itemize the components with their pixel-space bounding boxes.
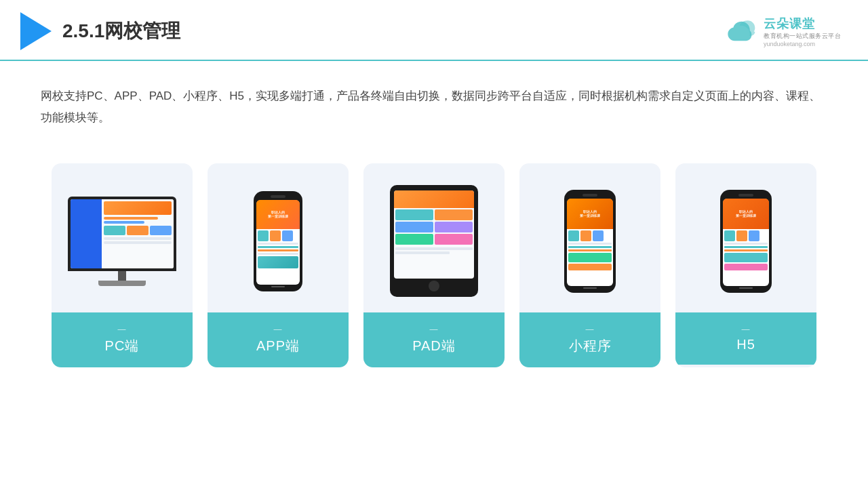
page-title: 2.5.1网校管理 [62, 18, 180, 44]
pc-card-label: PC端 [52, 312, 193, 367]
cloud-logo: 云朵课堂 教育机构一站式服务云平台 yunduoketang.com [726, 16, 841, 47]
logo-url-text: yunduoketang.com [764, 41, 815, 47]
pc-image-area [52, 163, 193, 312]
pad-tablet-icon [390, 185, 478, 297]
miniapp-card-label: 小程序 [519, 312, 660, 367]
pad-card-label: PAD端 [363, 312, 505, 367]
header-right: 云朵课堂 教育机构一站式服务云平台 yunduoketang.com [726, 16, 841, 47]
description-text: 网校支持PC、APP、PAD、小程序、H5，实现多端打通，产品各终端自由切换，数… [0, 61, 868, 143]
miniapp-image-area: 职达人的第一堂训练课 [519, 163, 660, 312]
miniapp-phone-icon: 职达人的第一堂训练课 [564, 190, 616, 293]
h5-phone-icon: 职达人的第一堂训练课 [720, 190, 772, 293]
pad-card: PAD端 [363, 163, 505, 367]
pc-monitor-icon [68, 197, 176, 286]
h5-card: 职达人的第一堂训练课 [675, 163, 816, 367]
cloud-icon [726, 19, 760, 43]
cards-container: PC端 职达人的第一堂训练课 [0, 150, 868, 388]
logo-main-text: 云朵课堂 [764, 16, 815, 32]
app-phone-icon: 职达人的第一堂训练课 [254, 191, 302, 291]
header-left: 2.5.1网校管理 [20, 12, 180, 50]
h5-card-label: H5 [675, 312, 816, 365]
miniapp-card: 职达人的第一堂训练课 [519, 163, 660, 367]
header: 2.5.1网校管理 云朵课堂 教育机构一站式服务云平台 yunduoketang… [0, 0, 868, 61]
h5-image-area: 职达人的第一堂训练课 [675, 163, 816, 312]
app-card-label: APP端 [208, 312, 349, 367]
logo-text-block: 云朵课堂 教育机构一站式服务云平台 yunduoketang.com [764, 16, 841, 47]
logo-sub-text: 教育机构一站式服务云平台 [764, 32, 841, 41]
pad-image-area [363, 163, 505, 312]
pc-card: PC端 [52, 163, 193, 367]
app-image-area: 职达人的第一堂训练课 [208, 163, 349, 312]
app-card: 职达人的第一堂训练课 [208, 163, 349, 367]
brand-triangle-icon [20, 12, 52, 50]
